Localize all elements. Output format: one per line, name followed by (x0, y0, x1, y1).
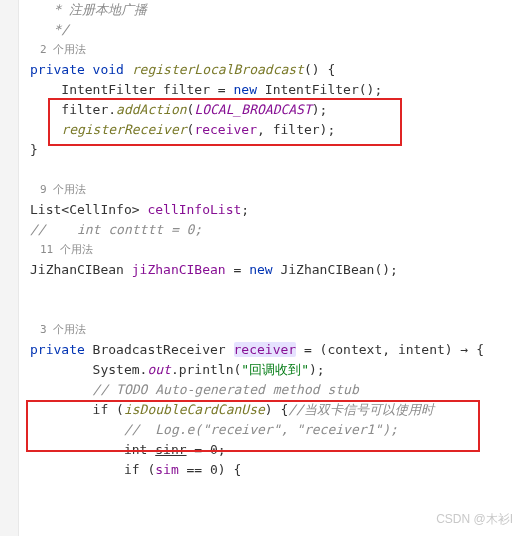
watermark: CSDN @木衫I (436, 511, 513, 528)
code-line: int sinr = 0; (30, 440, 521, 460)
blank-line (30, 280, 521, 300)
comment-line: * 注册本地广播 (30, 0, 521, 20)
usage-hint[interactable]: 9 个用法 (30, 180, 521, 200)
comment-line: // Log.e("receiver", "receiver1"); (30, 420, 521, 440)
blank-line (30, 160, 521, 180)
comment-line: // int contttt = 0; (30, 220, 521, 240)
editor-gutter (0, 0, 19, 536)
code-line: private BroadcastReceiver receiver = (co… (30, 340, 521, 360)
usage-hint[interactable]: 11 个用法 (30, 240, 521, 260)
usage-hint[interactable]: 2 个用法 (30, 40, 521, 60)
code-line: IntentFilter filter = new IntentFilter()… (30, 80, 521, 100)
code-line: System.out.println("回调收到"); (30, 360, 521, 380)
code-line: JiZhanCIBean jiZhanCIBean = new JiZhanCI… (30, 260, 521, 280)
code-line: if (isDoubleCardCanUse) {//当双卡信号可以使用时 (30, 400, 521, 420)
code-line: registerReceiver(receiver, filter); (30, 120, 521, 140)
comment-line: // TODO Auto-generated method stub (30, 380, 521, 400)
code-line: List<CellInfo> cellInfoList; (30, 200, 521, 220)
code-line: private void registerLocalBroadcast() { (30, 60, 521, 80)
code-line: if (sim == 0) { (30, 460, 521, 480)
blank-line (30, 300, 521, 320)
code-editor[interactable]: * 注册本地广播 */ 2 个用法 private void registerL… (0, 0, 521, 480)
comment-line: */ (30, 20, 521, 40)
code-line: filter.addAction(LOCAL_BROADCAST); (30, 100, 521, 120)
usage-hint[interactable]: 3 个用法 (30, 320, 521, 340)
code-line: } (30, 140, 521, 160)
